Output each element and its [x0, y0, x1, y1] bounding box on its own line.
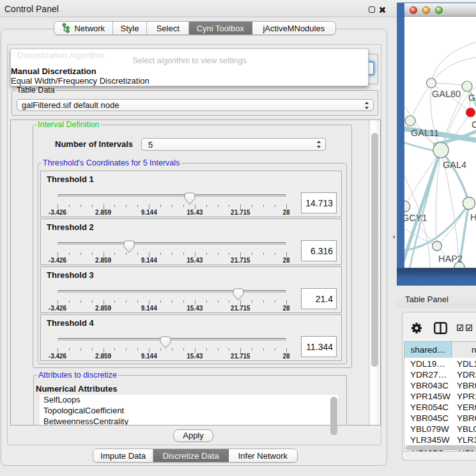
- svg-text:GAL80: GAL80: [432, 89, 461, 99]
- svg-text:GA: GA: [468, 93, 476, 103]
- svg-text:GAL4: GAL4: [443, 160, 466, 170]
- svg-text:GAL11: GAL11: [411, 128, 439, 138]
- svg-text:C: C: [472, 119, 476, 130]
- svg-text:GCY1: GCY1: [404, 213, 427, 223]
- svg-text:HAP2: HAP2: [438, 254, 463, 264]
- svg-text:H: H: [470, 212, 476, 222]
